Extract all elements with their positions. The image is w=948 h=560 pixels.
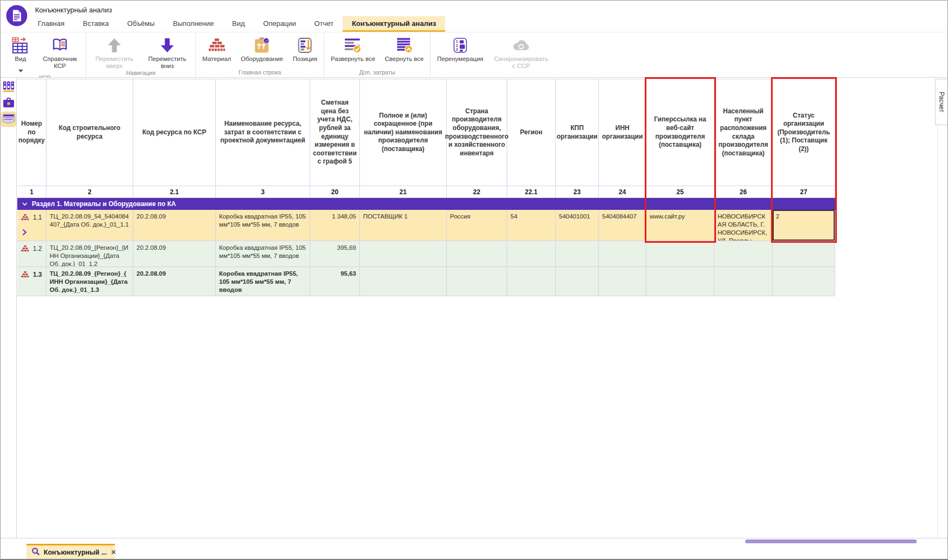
cell-country[interactable]: [447, 267, 507, 296]
menu-tab-konyunkturnyj-analiz[interactable]: Конъюнктурный анализ: [343, 16, 445, 32]
cell-warehouse-city[interactable]: НОВОСИБИРСКАЯ ОБЛАСТЬ, Г. НОВОСИБИРСК, У…: [714, 210, 773, 241]
ribbon: Вид Справочник КСР КСР Переместить вверх: [1, 32, 947, 78]
menu-tab-obyomy[interactable]: Объёмы: [118, 16, 164, 32]
menu-tab-vypolnenie[interactable]: Выполнение: [164, 16, 223, 32]
cell-website[interactable]: [646, 241, 714, 267]
col-header-25[interactable]: Гиперссылка на веб-сайт производителя (п…: [646, 79, 714, 186]
col-header-26[interactable]: Населенный пункт расположения склада про…: [714, 79, 773, 186]
col-header-21[interactable]: Полное и (или) сокращенное (при наличии)…: [360, 79, 447, 186]
cell-org-status[interactable]: [773, 267, 835, 296]
horizontal-scrollbar-thumb[interactable]: [745, 539, 917, 543]
col-header-20[interactable]: Сметная цена без учета НДС, рублей за ед…: [310, 79, 360, 186]
cell-inn[interactable]: 5404084407: [599, 210, 646, 241]
col-header-2[interactable]: Код строительного ресурса: [46, 79, 133, 186]
colnum-cell[interactable]: 1: [17, 186, 46, 198]
calc-side-tab[interactable]: Расчет: [935, 79, 947, 125]
col-header-24[interactable]: ИНН организации: [599, 79, 646, 186]
section-collapse-icon[interactable]: [22, 200, 28, 208]
col-header-1[interactable]: Номер по порядку: [17, 79, 46, 186]
ksr-reference-button[interactable]: Справочник КСР: [36, 32, 84, 74]
colnum-cell[interactable]: 24: [599, 186, 646, 198]
colnum-cell[interactable]: 2.1: [133, 186, 216, 198]
app-logo-icon[interactable]: [6, 5, 28, 26]
cell-warehouse-city[interactable]: [714, 241, 773, 267]
colnum-cell[interactable]: 21: [360, 186, 447, 198]
app-window: Конъюнктурный анализ Главная Вставка Объ…: [0, 0, 948, 560]
colnum-cell[interactable]: 2: [46, 186, 133, 198]
cell-org-status-selected[interactable]: 2: [773, 210, 835, 241]
cell-ksr-code[interactable]: 20.2.08.09: [133, 267, 216, 296]
colnum-cell[interactable]: 27: [773, 186, 835, 198]
row-number-cell[interactable]: 1.1: [17, 210, 46, 241]
menu-tab-vstavka[interactable]: Вставка: [73, 16, 118, 32]
col-header-23[interactable]: КПП организации: [556, 79, 599, 186]
menu-tab-operacii[interactable]: Операции: [254, 16, 305, 32]
cell-resource-code[interactable]: ТЦ_20.2.08.09_54_5404084407_{Дата Об. до…: [46, 210, 133, 241]
registry-rail-icon[interactable]: [2, 80, 16, 94]
cell-country[interactable]: Россия: [447, 210, 507, 241]
cell-supplier[interactable]: ПОСТАВЩИК 1: [360, 210, 447, 241]
renumber-button[interactable]: 123 Перенумерация: [432, 32, 488, 70]
cell-resource-code[interactable]: ТЦ_20.2.08.09_{Регион}_{ИНН Организации}…: [46, 241, 133, 267]
expand-all-button[interactable]: Развернуть все: [326, 32, 380, 69]
cell-price[interactable]: 395,69: [310, 241, 360, 267]
main-area: Номер по порядку Код строительного ресур…: [1, 78, 947, 538]
cell-website[interactable]: [646, 267, 714, 296]
colnum-cell[interactable]: 25: [646, 186, 714, 198]
cell-supplier[interactable]: [360, 241, 447, 267]
colnum-cell[interactable]: 26: [714, 186, 773, 198]
cell-kpp[interactable]: [556, 267, 599, 296]
menu-tab-glavnaya[interactable]: Главная: [29, 16, 73, 32]
row-number-cell[interactable]: 1.3: [17, 267, 46, 296]
colnum-cell[interactable]: 20: [310, 186, 360, 198]
cell-supplier[interactable]: [360, 267, 447, 296]
table-rail-icon[interactable]: [2, 112, 16, 126]
equipment-button[interactable]: Оборудование: [236, 32, 288, 69]
cell-resource-name[interactable]: Коробка квадратная IP55, 105 мм*105 мм*5…: [216, 210, 310, 241]
cell-inn[interactable]: [599, 267, 646, 296]
cell-website[interactable]: www.сайт.ру: [646, 210, 714, 241]
cell-ksr-code[interactable]: 20.2.08.09: [133, 210, 216, 241]
cell-price[interactable]: 1 348,05: [310, 210, 360, 241]
position-button[interactable]: Позиция: [288, 32, 322, 69]
col-header-27[interactable]: Статус организации (Производитель (1); П…: [773, 79, 835, 186]
cell-resource-name[interactable]: Коробка квадратная IP55, 105 мм*105 мм*5…: [216, 267, 310, 296]
colnum-cell[interactable]: 22: [447, 186, 507, 198]
left-rail: [1, 78, 17, 538]
col-header-22-1[interactable]: Регион: [507, 79, 556, 186]
colnum-cell[interactable]: 22.1: [507, 186, 556, 198]
cell-resource-name[interactable]: Коробка квадратная IP55, 105 мм*105 мм*5…: [216, 241, 310, 267]
cell-region[interactable]: [507, 267, 556, 296]
cell-country[interactable]: [447, 241, 507, 267]
material-button[interactable]: Материал: [197, 32, 236, 69]
cell-ksr-code[interactable]: 20.2.08.09: [133, 241, 216, 267]
cell-inn[interactable]: [599, 241, 646, 267]
col-header-2-1[interactable]: Код ресурса по КСР: [133, 79, 216, 186]
collapse-all-button[interactable]: Свернуть все: [380, 32, 428, 69]
cell-warehouse-city[interactable]: [714, 267, 773, 296]
colnum-cell[interactable]: 23: [556, 186, 599, 198]
row-number-cell[interactable]: 1.2: [17, 241, 46, 267]
cell-kpp[interactable]: 540401001: [556, 210, 599, 241]
cell-price[interactable]: 95,63: [310, 267, 360, 296]
expand-all-button-label: Развернуть все: [331, 56, 375, 63]
colnum-cell[interactable]: 3: [216, 186, 310, 198]
cell-region[interactable]: 54: [507, 210, 556, 241]
row-number: 1.2: [33, 245, 42, 264]
move-up-icon: [106, 37, 122, 54]
view-button[interactable]: Вид: [5, 32, 36, 74]
menu-tab-otchet[interactable]: Отчет: [305, 16, 343, 32]
row-expand-chevron-icon[interactable]: [22, 229, 27, 238]
col-header-3[interactable]: Наименование ресурса, затрат в соответст…: [216, 79, 310, 186]
move-down-button[interactable]: Переместить вниз: [141, 32, 194, 70]
briefcase-rail-icon[interactable]: [2, 96, 16, 110]
cell-region[interactable]: [507, 241, 556, 267]
col-header-22[interactable]: Страна производителя оборудования, произ…: [447, 79, 507, 186]
cell-kpp[interactable]: [556, 241, 599, 267]
cell-org-status[interactable]: [773, 241, 835, 267]
menu-tab-vid[interactable]: Вид: [223, 16, 254, 32]
cell-resource-code[interactable]: ТЦ_20.2.08.09_{Регион}_{ИНН Организации}…: [46, 267, 133, 296]
section-row[interactable]: Раздел 1. Материалы и Оборудование по КА: [17, 198, 835, 210]
close-icon[interactable]: ✕: [111, 549, 117, 556]
document-tab-konyunkturnyj[interactable]: Конъюнктурный ... ✕: [26, 544, 115, 559]
